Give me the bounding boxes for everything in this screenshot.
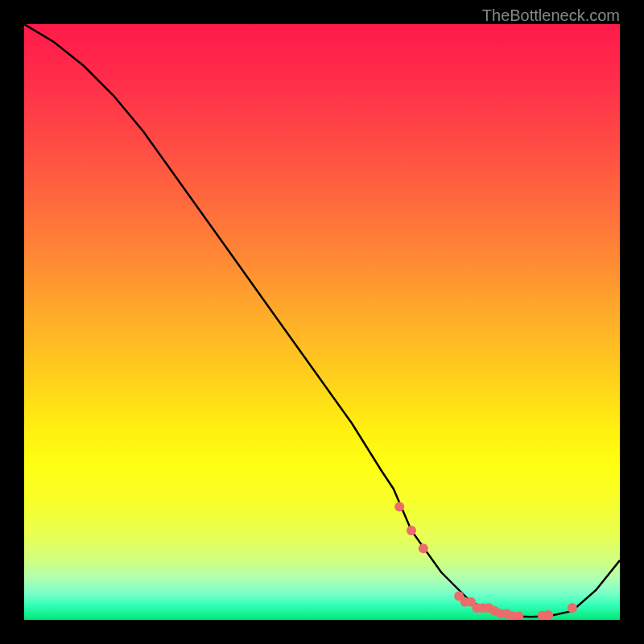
plot-area [24,24,620,620]
highlight-dot [407,526,416,535]
highlight-dot [394,502,404,511]
curve-layer [24,24,620,620]
highlight-dots [394,502,577,620]
highlight-dot [568,603,577,613]
watermark-text: TheBottleneck.com [482,6,620,25]
chart-container: TheBottleneck.com [0,0,644,644]
highlight-dot [543,610,553,620]
bottleneck-curve [24,24,620,617]
highlight-dot [419,543,428,553]
